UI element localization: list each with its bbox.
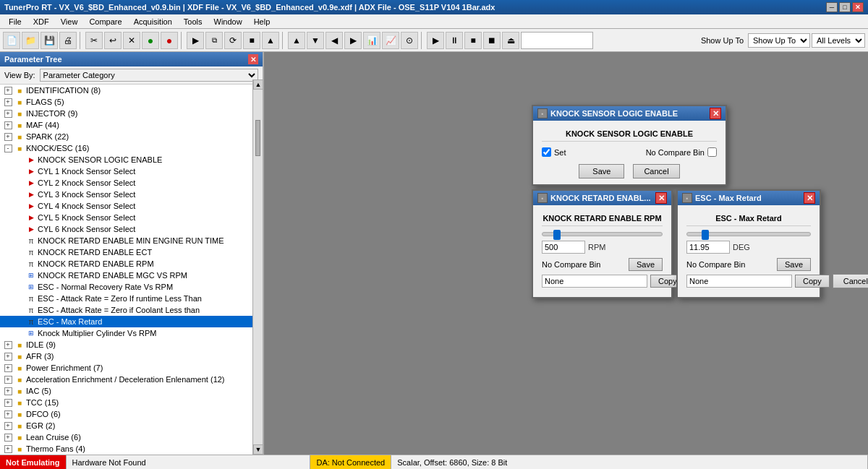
- esc-cancel-button[interactable]: Cancel: [833, 274, 868, 288]
- tb-end[interactable]: ⏹: [483, 32, 501, 49]
- tree-group-pe[interactable]: + ■ Power Enrichment (7): [0, 362, 263, 374]
- tb-search[interactable]: [521, 32, 593, 49]
- scroll-thumb[interactable]: [255, 120, 260, 156]
- kre-save-button[interactable]: Save: [629, 258, 663, 271]
- kre-slider-thumb[interactable]: [553, 230, 561, 240]
- tb-refresh[interactable]: ⟳: [224, 32, 242, 49]
- param-tree-close-button[interactable]: ✕: [248, 54, 258, 64]
- tree-item-escattack1[interactable]: π ESC - Attack Rate = Zero If runtime Le…: [0, 293, 263, 304]
- tb-left[interactable]: ◀: [326, 32, 343, 49]
- ksle-close-button[interactable]: ✕: [710, 108, 721, 119]
- ksle-no-compare-checkbox[interactable]: [707, 147, 717, 157]
- menu-file[interactable]: File: [3, 16, 27, 27]
- tree-group-knock[interactable]: - ■ KNOCK/ESC (16): [0, 142, 263, 154]
- esc-copy-button[interactable]: Copy: [795, 275, 830, 288]
- tb-line-chart[interactable]: 📈: [382, 32, 399, 49]
- scroll-up-btn[interactable]: ▲: [253, 79, 263, 90]
- tree-group-dfco[interactable]: + ■ DFCO (6): [0, 408, 263, 420]
- expander-iac[interactable]: +: [3, 385, 14, 397]
- tree-group-tcc[interactable]: + ■ TCC (15): [0, 397, 263, 408]
- tb-open[interactable]: 📁: [22, 32, 39, 49]
- tree-group-thermofans[interactable]: + ■ Thermo Fans (4): [0, 443, 263, 455]
- esc-value-input[interactable]: [686, 241, 730, 254]
- menu-acquisition[interactable]: Acquisition: [128, 16, 178, 27]
- tree-item-cyl2[interactable]: ▶ CYL 2 Knock Sensor Select: [0, 177, 263, 189]
- tree-group-idle[interactable]: + ■ IDLE (9): [0, 339, 263, 350]
- tree-item-cyl4[interactable]: ▶ CYL 4 Knock Sensor Select: [0, 200, 263, 212]
- tree-item-cyl5[interactable]: ▶ CYL 5 Knock Sensor Select: [0, 212, 263, 223]
- tree-group-ae[interactable]: + ■ Acceleration Enrichment / Decelerati…: [0, 374, 263, 385]
- tree-item-kremin[interactable]: π KNOCK RETARD ENABLE MIN ENGINE RUN TIM…: [0, 235, 263, 246]
- tree-group-leancruise[interactable]: + ■ Lean Cruise (6): [0, 431, 263, 443]
- tb-undo[interactable]: ↩: [104, 32, 122, 49]
- tree-item-escnormal[interactable]: ⊞ ESC - Normal Recovery Rate Vs RPM: [0, 281, 263, 293]
- tree-group-spark[interactable]: + ■ SPARK (22): [0, 131, 263, 142]
- tb-gauge[interactable]: ⊙: [401, 32, 418, 49]
- expander-leancruise[interactable]: +: [3, 431, 14, 443]
- menu-compare[interactable]: Compare: [83, 16, 127, 27]
- expander-thermofans[interactable]: +: [3, 443, 14, 455]
- tree-group-flags[interactable]: + ■ FLAGS (5): [0, 96, 263, 108]
- esc-slider-thumb[interactable]: [702, 230, 709, 240]
- tree-item-cyl3[interactable]: ▶ CYL 3 Knock Sensor Select: [0, 189, 263, 200]
- expander-ae[interactable]: +: [3, 374, 14, 385]
- expander-egr[interactable]: +: [3, 420, 14, 431]
- tree-item-krerpm[interactable]: π KNOCK RETARD ENABLE RPM: [0, 258, 263, 270]
- menu-tools[interactable]: Tools: [178, 16, 208, 27]
- all-levels-select[interactable]: All Levels: [812, 33, 865, 48]
- view-by-select[interactable]: Parameter Category: [40, 69, 258, 82]
- expander-pe[interactable]: +: [3, 362, 14, 374]
- menu-window[interactable]: Window: [208, 16, 248, 27]
- tb-cut[interactable]: ✂: [85, 32, 103, 49]
- tree-item-cyl6[interactable]: ▶ CYL 6 Knock Sensor Select: [0, 223, 263, 235]
- tb-bar-chart[interactable]: 📊: [363, 32, 380, 49]
- expander-flags[interactable]: +: [3, 96, 14, 108]
- close-button[interactable]: ✕: [852, 2, 864, 12]
- tree-group-afr[interactable]: + ■ AFR (3): [0, 350, 263, 362]
- expander-idle[interactable]: +: [3, 339, 14, 350]
- tree-scrollbar[interactable]: ▲ ▼: [252, 79, 263, 455]
- menu-xdf[interactable]: XDF: [27, 16, 55, 27]
- minimize-button[interactable]: ─: [826, 2, 838, 12]
- tb-eject[interactable]: ⏏: [502, 32, 519, 49]
- tb-extra[interactable]: ▲: [262, 32, 279, 49]
- tb-play2[interactable]: ▶: [427, 32, 444, 49]
- maximize-button[interactable]: □: [839, 2, 851, 12]
- ksle-cancel-button[interactable]: Cancel: [633, 164, 679, 178]
- tb-stop2[interactable]: ■: [464, 32, 482, 49]
- tree-group-injector[interactable]: + ■ INJECTOR (9): [0, 108, 263, 119]
- show-up-to-select[interactable]: Show Up To: [748, 33, 810, 48]
- tree-group-egr[interactable]: + ■ EGR (2): [0, 420, 263, 431]
- tb-play[interactable]: ▶: [187, 32, 204, 49]
- kre-slider-track[interactable]: [542, 232, 663, 236]
- tb-print[interactable]: 🖨: [59, 32, 77, 49]
- kre-value-input[interactable]: [542, 241, 585, 254]
- tb-new[interactable]: 📄: [3, 32, 20, 49]
- tree-item-escattack2[interactable]: π ESC - Attack Rate = Zero if Coolant Le…: [0, 304, 263, 316]
- expander-knock[interactable]: -: [3, 142, 14, 154]
- tree-item-kreect[interactable]: π KNOCK RETARD ENABLE ECT: [0, 246, 263, 258]
- tb-pause[interactable]: ⏸: [446, 32, 463, 49]
- tb-down[interactable]: ▼: [307, 32, 324, 49]
- tree-item-kremgc[interactable]: ⊞ KNOCK RETARD ENABLE MGC VS RPM: [0, 270, 263, 281]
- expander-maf[interactable]: +: [3, 119, 14, 131]
- tb-redo[interactable]: ✕: [123, 32, 140, 49]
- tree-item-ksle[interactable]: ▶ KNOCK SENSOR LOGIC ENABLE: [0, 154, 263, 165]
- tree-group-identification[interactable]: + ■ IDENTIFICATION (8): [0, 85, 263, 96]
- expander-identification[interactable]: +: [3, 85, 14, 96]
- tb-copy[interactable]: ⧉: [205, 32, 223, 49]
- tree-group-maf[interactable]: + ■ MAF (44): [0, 119, 263, 131]
- tb-red-circle[interactable]: ●: [161, 32, 178, 49]
- tb-up[interactable]: ▲: [288, 32, 305, 49]
- kre-close-button[interactable]: ✕: [655, 192, 667, 204]
- expander-injector[interactable]: +: [3, 108, 14, 119]
- expander-afr[interactable]: +: [3, 350, 14, 362]
- tree-item-escmax[interactable]: π ESC - Max Retard: [0, 316, 263, 327]
- esc-close-button[interactable]: ✕: [804, 192, 815, 204]
- expander-dfco[interactable]: +: [3, 408, 14, 420]
- esc-save-button[interactable]: Save: [777, 258, 811, 271]
- menu-help[interactable]: Help: [248, 16, 276, 27]
- tb-green-circle[interactable]: ●: [142, 32, 159, 49]
- expander-tcc[interactable]: +: [3, 397, 14, 408]
- menu-view[interactable]: View: [55, 16, 84, 27]
